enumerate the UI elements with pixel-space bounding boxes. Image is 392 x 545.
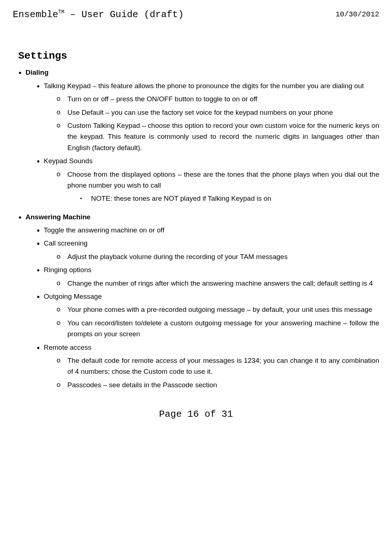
list-item: You can record/listen to/delete a custom… <box>56 318 379 340</box>
list-item: Custom Talking Keypad – choose this opti… <box>56 120 379 153</box>
list-item: Talking Keypad – this feature allows the… <box>44 81 379 153</box>
header-date: 10/30/2012 <box>336 7 379 23</box>
sub-list: Adjust the playback volume during the re… <box>44 251 379 262</box>
list-item: NOTE: these tones are NOT played if Talk… <box>80 193 379 204</box>
sub-list: Turn on or off – press the ON/OFF button… <box>44 94 379 153</box>
header-title-pre: Ensemble <box>13 9 58 20</box>
section-items: Toggle the answering machine on or offCa… <box>26 225 379 391</box>
list-item: Passcodes – see details in the Passcode … <box>56 380 379 391</box>
list-item: Change the number of rings after which t… <box>56 278 379 289</box>
sub-list: Change the number of rings after which t… <box>44 278 379 289</box>
subsub-list: NOTE: these tones are NOT played if Talk… <box>67 193 379 204</box>
list-item: Toggle the answering machine on or off <box>44 225 379 236</box>
header-title-post: – User Guide (draft) <box>64 9 184 20</box>
header-tm: TM <box>58 9 64 15</box>
section-head: Answering MachineToggle the answering ma… <box>26 212 379 391</box>
list-item: Call screeningAdjust the playback volume… <box>44 238 379 262</box>
list-item: Turn on or off – press the ON/OFF button… <box>56 94 379 105</box>
section-items: Talking Keypad – this feature allows the… <box>26 81 379 204</box>
content-list: DialingTalking Keypad – this feature all… <box>13 67 379 391</box>
list-item: Choose from the displayed options – thes… <box>56 169 379 204</box>
sub-list: Choose from the displayed options – thes… <box>44 169 379 204</box>
header-title: EnsembleTM – User Guide (draft) <box>13 7 184 23</box>
list-item: Adjust the playback volume during the re… <box>56 251 379 262</box>
page-footer: Page 16 of 31 <box>13 407 379 422</box>
section-head: DialingTalking Keypad – this feature all… <box>26 67 379 204</box>
sub-list: The default code for remote access of yo… <box>44 355 379 391</box>
list-item: The default code for remote access of yo… <box>56 355 379 377</box>
list-item: Use Default – you can use the factory se… <box>56 107 379 118</box>
list-item: Remote accessThe default code for remote… <box>44 342 379 391</box>
page-title: Settings <box>13 48 379 64</box>
list-item: Your phone comes with a pre-recorded out… <box>56 304 379 315</box>
list-item: Keypad SoundsChoose from the displayed o… <box>44 156 379 204</box>
list-item: Outgoing MessageYour phone comes with a … <box>44 291 379 340</box>
list-item: Ringing optionsChange the number of ring… <box>44 264 379 289</box>
sub-list: Your phone comes with a pre-recorded out… <box>44 304 379 340</box>
page-header: EnsembleTM – User Guide (draft) 10/30/20… <box>13 7 379 23</box>
